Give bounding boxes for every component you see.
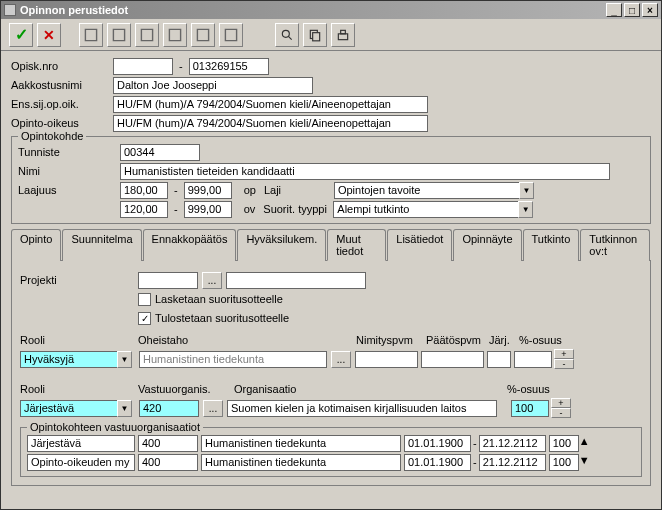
styyppi-combo[interactable]: ▼ bbox=[333, 201, 533, 218]
scroll-down-icon[interactable]: ▼ bbox=[579, 454, 593, 471]
table-row[interactable] bbox=[27, 435, 135, 452]
tunniste-field[interactable] bbox=[120, 144, 200, 161]
lasketaan-checkbox[interactable] bbox=[138, 293, 151, 306]
add-row-button[interactable]: + bbox=[554, 349, 574, 359]
opintokohde-group: Opintokohde Tunniste Nimi Laajuus - op L… bbox=[11, 136, 651, 224]
nav-button-3[interactable] bbox=[135, 23, 159, 47]
accept-button[interactable]: ✓ bbox=[9, 23, 33, 47]
label-rooli: Rooli bbox=[20, 334, 138, 346]
label-styyppi: Suorit. tyyppi bbox=[263, 203, 333, 215]
nav-button-1[interactable] bbox=[79, 23, 103, 47]
chevron-down-icon[interactable]: ▼ bbox=[518, 201, 533, 218]
label-osuus-2: %-osuus bbox=[507, 383, 550, 395]
label-laajuus: Laajuus bbox=[18, 184, 120, 196]
svg-rect-5 bbox=[341, 30, 346, 33]
tab-ennakkopaatos[interactable]: Ennakkopäätös bbox=[143, 229, 237, 261]
copy-icon[interactable] bbox=[303, 23, 327, 47]
rooli2-combo[interactable]: ▼ bbox=[20, 400, 132, 417]
remove-row-button[interactable]: - bbox=[554, 359, 574, 369]
opisk-field-2[interactable] bbox=[189, 58, 269, 75]
vastuu-lookup-button[interactable]: ... bbox=[203, 400, 223, 417]
rooli1-combo[interactable]: ▼ bbox=[20, 351, 132, 368]
chevron-down-icon[interactable]: ▼ bbox=[117, 351, 132, 368]
tab-strip: Opinto Suunnitelma Ennakkopäätös Hyväksi… bbox=[11, 228, 651, 261]
laajuus-1b[interactable] bbox=[184, 182, 232, 199]
svg-line-1 bbox=[288, 36, 292, 40]
label-osuus-1: %-osuus bbox=[519, 334, 562, 346]
remove-row-button-2[interactable]: - bbox=[551, 408, 571, 418]
projekti-name-field[interactable] bbox=[226, 272, 366, 289]
maximize-button[interactable]: □ bbox=[624, 3, 640, 17]
tab-tutkinnon-ov[interactable]: Tutkinnon ov:t bbox=[580, 229, 650, 261]
ens-field[interactable] bbox=[113, 96, 428, 113]
label-projekti: Projekti bbox=[20, 274, 138, 286]
laji-combo[interactable]: ▼ bbox=[334, 182, 534, 199]
nav-button-2[interactable] bbox=[107, 23, 131, 47]
projekti-lookup-button[interactable]: ... bbox=[202, 272, 222, 289]
paatospvm-field[interactable] bbox=[421, 351, 484, 368]
label-ens: Ens.sij.op.oik. bbox=[11, 98, 113, 110]
oheistaho-lookup-button[interactable]: ... bbox=[331, 351, 351, 368]
label-op: op bbox=[232, 184, 264, 196]
label-nimi: Nimi bbox=[18, 165, 120, 177]
vastuu-legend: Opintokohteen vastuuorganisaatiot bbox=[27, 421, 203, 433]
minimize-button[interactable]: _ bbox=[606, 3, 622, 17]
laajuus-2b[interactable] bbox=[184, 201, 232, 218]
label-lasketaan: Lasketaan suoritusotteelle bbox=[155, 293, 283, 305]
nav-button-6[interactable] bbox=[219, 23, 243, 47]
vastuu-table-group: Opintokohteen vastuuorganisaatiot - ▲ bbox=[20, 427, 642, 477]
label-rooli-2: Rooli bbox=[20, 383, 138, 395]
label-opoik: Opinto-oikeus bbox=[11, 117, 113, 129]
tab-lisatiedot[interactable]: Lisätiedot bbox=[387, 229, 452, 261]
label-ov: ov bbox=[232, 203, 264, 215]
nimityspvm-field[interactable] bbox=[355, 351, 418, 368]
tab-opinto[interactable]: Opinto bbox=[11, 229, 61, 261]
jarj-field[interactable] bbox=[487, 351, 511, 368]
label-laji: Laji bbox=[264, 184, 334, 196]
aakk-field[interactable] bbox=[113, 77, 313, 94]
opoik-field[interactable] bbox=[113, 115, 428, 132]
tab-panel-muut: Projekti ... Lasketaan suoritusotteelle … bbox=[11, 261, 651, 486]
label-nimityspvm: Nimityspvm bbox=[356, 334, 426, 346]
tab-suunnitelma[interactable]: Suunnitelma bbox=[62, 229, 141, 261]
opisk-field-1[interactable] bbox=[113, 58, 173, 75]
label-aakk: Aakkostusnimi bbox=[11, 79, 113, 91]
label-opisk: Opisk.nro bbox=[11, 60, 113, 72]
nimi-field[interactable] bbox=[120, 163, 610, 180]
search-icon[interactable] bbox=[275, 23, 299, 47]
label-tunniste: Tunniste bbox=[18, 146, 120, 158]
scroll-up-icon[interactable]: ▲ bbox=[579, 435, 593, 452]
laajuus-2a[interactable] bbox=[120, 201, 168, 218]
svg-rect-3 bbox=[313, 32, 320, 40]
titlebar: Opinnon perustiedot _ □ × bbox=[1, 1, 661, 19]
tab-muut-tiedot[interactable]: Muut tiedot bbox=[327, 229, 386, 261]
osuus2-field[interactable] bbox=[511, 400, 549, 417]
nav-button-5[interactable] bbox=[191, 23, 215, 47]
osuus1-field[interactable] bbox=[514, 351, 552, 368]
nav-button-4[interactable] bbox=[163, 23, 187, 47]
print-icon[interactable] bbox=[331, 23, 355, 47]
chevron-down-icon[interactable]: ▼ bbox=[519, 182, 534, 199]
label-tulostetaan: Tulostetaan suoritusotteelle bbox=[155, 312, 289, 324]
projekti-field[interactable] bbox=[138, 272, 198, 289]
vastuu-code-field[interactable] bbox=[139, 400, 199, 417]
cancel-button[interactable]: ✕ bbox=[37, 23, 61, 47]
tab-hyvaksilukem[interactable]: Hyväksilukem. bbox=[237, 229, 326, 261]
laajuus-1a[interactable] bbox=[120, 182, 168, 199]
tulostetaan-checkbox[interactable]: ✓ bbox=[138, 312, 151, 325]
label-organisaatio: Organisaatio bbox=[234, 383, 507, 395]
oheistaho-field[interactable] bbox=[139, 351, 327, 368]
opintokohde-legend: Opintokohde bbox=[18, 130, 86, 142]
label-paatospvm: Päätöspvm bbox=[426, 334, 489, 346]
label-vastuuorg: Vastuuorganis. bbox=[138, 383, 234, 395]
label-jarj: Järj. bbox=[489, 334, 519, 346]
vastuu-name-field[interactable] bbox=[227, 400, 497, 417]
tab-tutkinto[interactable]: Tutkinto bbox=[523, 229, 580, 261]
tab-opinnayte[interactable]: Opinnäyte bbox=[453, 229, 521, 261]
table-row[interactable] bbox=[27, 454, 135, 471]
add-row-button-2[interactable]: + bbox=[551, 398, 571, 408]
chevron-down-icon[interactable]: ▼ bbox=[117, 400, 132, 417]
svg-rect-4 bbox=[338, 33, 347, 39]
close-button[interactable]: × bbox=[642, 3, 658, 17]
window-title: Opinnon perustiedot bbox=[20, 4, 128, 16]
